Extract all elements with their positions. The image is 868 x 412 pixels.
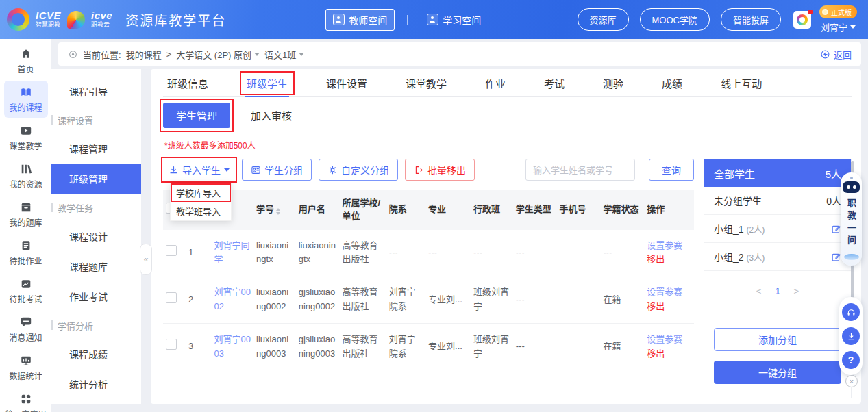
tab-classroom-teaching[interactable]: 课堂教学 bbox=[406, 69, 447, 96]
tab-online-interaction[interactable]: 线上互动 bbox=[721, 69, 762, 96]
sidebar-item-pending-homework[interactable]: 待批作业 bbox=[4, 234, 48, 271]
sidebar-item-pending-exams[interactable]: 待批考试 bbox=[4, 272, 48, 309]
menu-item-course-question-bank[interactable]: 课程题库 bbox=[51, 251, 141, 281]
tab-courseware-settings[interactable]: 课件设置 bbox=[326, 69, 367, 96]
custom-grouping-button[interactable]: 自定义分组 bbox=[319, 159, 398, 181]
menu-section-course-settings: 课程设置 bbox=[51, 106, 141, 133]
page-next-button[interactable]: > bbox=[794, 286, 799, 296]
subtab-join-audit[interactable]: 加入审核 bbox=[251, 108, 292, 123]
menu-item-statistics-analysis[interactable]: 统计分析 bbox=[51, 369, 141, 399]
back-button[interactable]: 返回 bbox=[820, 48, 852, 61]
robot-face-icon bbox=[843, 181, 860, 193]
group-item-2[interactable]: 小组_2 (3人) bbox=[704, 243, 851, 271]
student-name-link[interactable]: 刘宵宁0003 bbox=[211, 323, 253, 370]
customer-service-button[interactable] bbox=[842, 303, 860, 321]
col-department: 院系 bbox=[386, 190, 425, 230]
group-all-students[interactable]: 全部学生 5人 bbox=[704, 159, 851, 187]
class-selector[interactable]: 语文1班 bbox=[264, 48, 304, 61]
group-pagination: < 1 > bbox=[704, 286, 851, 296]
menu-item-course-guide[interactable]: 课程引导 bbox=[51, 76, 141, 106]
course-selector[interactable]: 大学语文 (2P) 原创 bbox=[176, 48, 260, 61]
teacher-space-button[interactable]: 教师空间 bbox=[325, 9, 395, 31]
group-item-1[interactable]: 小组_1 (2人) bbox=[704, 215, 851, 243]
col-admin-class: 行政班 bbox=[471, 190, 513, 230]
stats-board-icon bbox=[20, 355, 32, 367]
auto-group-button[interactable]: 一键分组 bbox=[714, 361, 841, 384]
menu-item-class-manage[interactable]: 班级管理 bbox=[51, 164, 141, 194]
remove-link[interactable]: 移出 bbox=[647, 253, 691, 267]
tab-exam[interactable]: 考试 bbox=[544, 69, 565, 96]
sidebar-item-data-statistics[interactable]: 数据统计 bbox=[4, 349, 48, 386]
ungrouped-count: 0人 bbox=[826, 194, 841, 207]
mooc-academy-button[interactable]: MOOC学院 bbox=[640, 8, 710, 31]
col-student-id[interactable]: 学号 bbox=[253, 190, 296, 230]
sidebar-item-home[interactable]: 首页 bbox=[4, 42, 48, 79]
resource-library-button[interactable]: 资源库 bbox=[578, 8, 629, 31]
current-page[interactable]: 1 bbox=[775, 286, 780, 296]
close-floating-button[interactable]: × bbox=[845, 375, 858, 387]
query-button[interactable]: 查询 bbox=[649, 159, 694, 181]
tab-class-students[interactable]: 班级学生 bbox=[247, 69, 288, 96]
student-name-link[interactable]: 刘宵宁同学 bbox=[211, 230, 253, 276]
user-menu[interactable]: 正式版 刘宵宁 bbox=[819, 5, 857, 34]
sidebar-item-my-courses[interactable]: 我的课程 bbox=[4, 81, 48, 118]
sidebar-item-classroom-teaching[interactable]: 课堂教学 bbox=[4, 119, 48, 156]
subtabs-row: 学生管理 加入审核 bbox=[163, 97, 852, 133]
dropdown-item-school-library-import[interactable]: 学校库导入 bbox=[171, 183, 231, 202]
app-shortcut-icon[interactable] bbox=[793, 11, 811, 29]
edit-group-button[interactable] bbox=[831, 224, 841, 234]
row-checkbox[interactable] bbox=[166, 339, 177, 350]
group-ungrouped-students[interactable]: 未分组学生 0人 bbox=[704, 187, 851, 215]
row-checkbox[interactable] bbox=[166, 292, 177, 303]
import-dropdown: 学校库导入 教学班导入 bbox=[170, 183, 232, 221]
tab-quiz[interactable]: 测验 bbox=[603, 69, 623, 96]
student-space-button[interactable]: 学习空间 bbox=[420, 10, 488, 30]
sidebar-item-my-resources[interactable]: 我的资源 bbox=[4, 157, 48, 194]
page-prev-button[interactable]: < bbox=[756, 286, 762, 296]
sort-icons[interactable] bbox=[276, 206, 280, 217]
cell-status: 在籍 bbox=[600, 323, 644, 370]
import-students-button[interactable]: 导入学生 bbox=[163, 159, 235, 181]
class-size-notice: *班级人数最多添加500人 bbox=[164, 139, 852, 151]
menu-item-course-scores[interactable]: 课程成绩 bbox=[51, 339, 141, 369]
icve-cloud-brand-sub: 职教云 bbox=[91, 22, 112, 29]
assistant-widget[interactable]: 职教一问 bbox=[841, 172, 862, 266]
student-grouping-button[interactable]: 学生分组 bbox=[242, 159, 312, 181]
help-button[interactable]: ? bbox=[842, 351, 860, 369]
menu-item-course-manage[interactable]: 课程管理 bbox=[51, 133, 141, 164]
download-icon bbox=[169, 165, 179, 175]
icve-brand: ICVE bbox=[36, 10, 61, 22]
set-contest-link[interactable]: 设置参赛 bbox=[647, 333, 691, 347]
row-checkbox[interactable] bbox=[166, 245, 177, 256]
batch-remove-button[interactable]: 批量移出 bbox=[405, 159, 475, 181]
sidebar-collapse-button[interactable]: « bbox=[140, 244, 152, 275]
cell-admin-class: 班级刘宵宁 bbox=[471, 323, 513, 370]
platform-title: 资源库教学平台 bbox=[125, 10, 226, 29]
icve-cloud-brand: icve bbox=[91, 10, 112, 22]
breadcrumb-root[interactable]: 我的课程 bbox=[126, 48, 162, 61]
dropdown-item-teaching-class-import[interactable]: 教学班导入 bbox=[171, 202, 231, 220]
download-center-button[interactable] bbox=[842, 327, 860, 345]
search-input[interactable] bbox=[525, 159, 635, 181]
set-contest-link[interactable]: 设置参赛 bbox=[647, 285, 691, 300]
sidebar-item-my-question-bank[interactable]: 我的题库 bbox=[4, 196, 48, 233]
menu-item-course-design[interactable]: 课程设计 bbox=[51, 221, 141, 251]
tab-grades[interactable]: 成绩 bbox=[662, 69, 682, 96]
smart-cast-button[interactable]: 智能投屏 bbox=[721, 8, 781, 31]
edit-group-button[interactable] bbox=[831, 252, 841, 262]
subtab-student-manage[interactable]: 学生管理 bbox=[163, 103, 230, 128]
student-name-link[interactable]: 刘宵宁0002 bbox=[211, 276, 253, 324]
exam-card-icon bbox=[20, 278, 32, 290]
cloud-icon bbox=[844, 254, 859, 260]
remove-link[interactable]: 移出 bbox=[647, 300, 691, 314]
sidebar-item-notifications[interactable]: 消息通知 bbox=[4, 311, 48, 348]
menu-item-homework-exam[interactable]: 作业考试 bbox=[51, 281, 141, 311]
sidebar-item-third-party-apps[interactable]: 第三方应用 bbox=[4, 387, 48, 412]
cell-username: gjsliuxiaoning0002 bbox=[296, 276, 340, 324]
remove-link[interactable]: 移出 bbox=[647, 347, 691, 361]
add-group-button[interactable]: 添加分组 bbox=[714, 328, 841, 351]
app-header: ICVE 智慧职教 icve 职教云 资源库教学平台 教师空间 学习空间 资源库… bbox=[0, 0, 868, 39]
tab-homework[interactable]: 作业 bbox=[485, 69, 506, 96]
tab-class-info[interactable]: 班级信息 bbox=[167, 69, 208, 96]
set-contest-link[interactable]: 设置参赛 bbox=[647, 239, 691, 253]
